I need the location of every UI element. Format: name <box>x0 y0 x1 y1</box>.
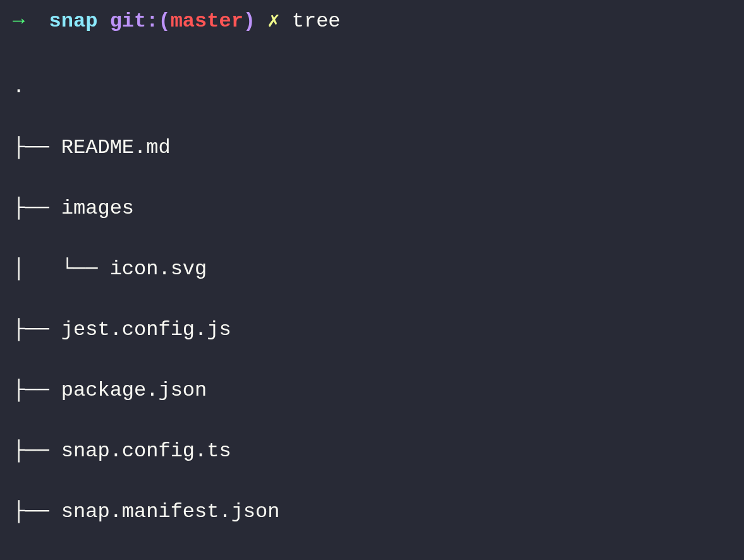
tree-line: ├── jest.config.js <box>13 315 731 345</box>
tree-line: ├── snap.manifest.json <box>13 497 731 527</box>
tree-line: ├── images <box>13 193 731 224</box>
prompt-git-paren-open: ( <box>158 9 170 33</box>
prompt-git-branch: master <box>171 9 243 33</box>
tree-line: │ └── icon.svg <box>13 254 731 284</box>
tree-root: . <box>13 72 731 102</box>
tree-output: . ├── README.md ├── images │ └── icon.sv… <box>13 42 731 560</box>
prompt-dirty-marker-icon: ✗ <box>267 9 279 33</box>
prompt-git-paren-close: ) <box>243 9 255 33</box>
prompt-git-label: git: <box>110 9 159 33</box>
shell-prompt-line: → snap git:(master) ✗ tree <box>13 6 731 37</box>
tree-line: ├── snap.config.ts <box>13 436 731 466</box>
prompt-command[interactable]: tree <box>292 9 341 33</box>
tree-line: ├── README.md <box>13 133 731 163</box>
tree-line: ├── package.json <box>13 375 731 406</box>
prompt-cwd: snap <box>49 9 98 33</box>
prompt-arrow-icon: → <box>13 9 25 33</box>
tree-line: ├── src <box>13 557 731 560</box>
